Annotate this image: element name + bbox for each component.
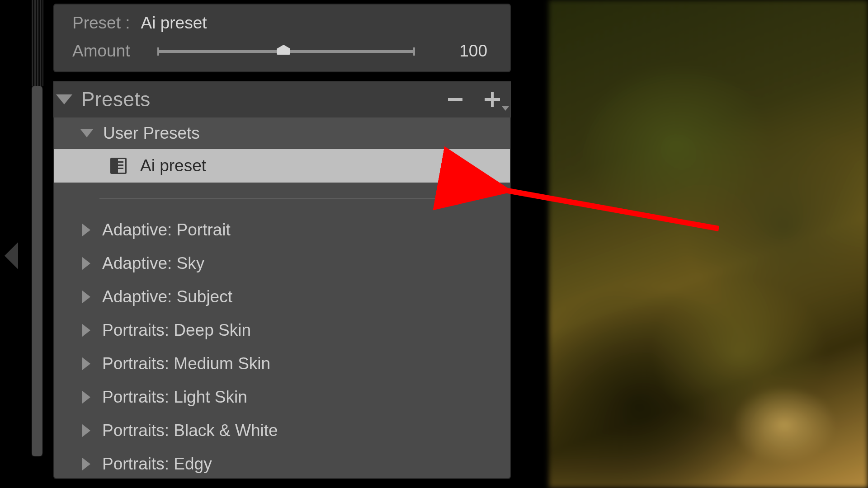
chevron-down-icon xyxy=(502,106,509,111)
user-presets-group-header[interactable]: User Presets xyxy=(54,117,510,149)
chevron-down-icon[interactable] xyxy=(56,94,72,104)
chevron-right-icon[interactable] xyxy=(82,424,90,437)
preset-name: Ai preset xyxy=(141,14,207,33)
preset-category[interactable]: Portraits: Edgy xyxy=(54,447,510,479)
preset-category[interactable]: Portraits: Black & White xyxy=(54,414,510,447)
divider xyxy=(54,183,510,213)
preset-name-row: Preset : Ai preset xyxy=(72,14,492,33)
left-panel: Preset : Ai preset Amount 100 Presets xyxy=(53,0,514,488)
left-gutter xyxy=(31,0,44,86)
chevron-right-icon[interactable] xyxy=(82,324,90,337)
chevron-right-icon[interactable] xyxy=(82,291,90,303)
remove-preset-button[interactable] xyxy=(445,89,466,110)
amount-slider[interactable] xyxy=(157,44,415,58)
preset-item-label: Ai preset xyxy=(140,156,206,175)
svg-rect-2 xyxy=(485,98,500,101)
presets-header-actions xyxy=(445,89,503,110)
preset-category-label: Adaptive: Portrait xyxy=(102,221,231,239)
chevron-right-icon[interactable] xyxy=(82,357,90,370)
collapse-panel-icon[interactable] xyxy=(5,242,18,269)
add-preset-button[interactable] xyxy=(482,89,503,110)
presets-section-title: Presets xyxy=(81,88,151,111)
preset-category-label: Adaptive: Sky xyxy=(102,254,204,273)
preset-category-label: Portraits: Medium Skin xyxy=(102,354,270,373)
plus-icon xyxy=(483,90,501,108)
preset-category[interactable]: Adaptive: Portrait xyxy=(54,213,510,247)
amount-label: Amount xyxy=(72,42,145,61)
preset-category[interactable]: Portraits: Light Skin xyxy=(54,380,510,414)
preset-summary-card: Preset : Ai preset Amount 100 xyxy=(53,4,511,72)
scrollbar-thumb[interactable] xyxy=(32,86,42,456)
chevron-right-icon[interactable] xyxy=(82,458,90,470)
image-preview[interactable] xyxy=(549,0,868,488)
preset-category[interactable]: Adaptive: Sky xyxy=(54,247,510,280)
chevron-right-icon[interactable] xyxy=(82,224,90,236)
presets-section-header[interactable]: Presets xyxy=(53,81,511,117)
chevron-right-icon[interactable] xyxy=(82,391,90,404)
preset-label: Preset : xyxy=(72,14,130,33)
user-presets-group-label: User Presets xyxy=(103,124,200,143)
presets-list: User Presets Ai preset Adaptive: Portrai… xyxy=(53,117,511,479)
preset-category-label: Portraits: Light Skin xyxy=(102,388,247,407)
preset-category[interactable]: Portraits: Medium Skin xyxy=(54,347,510,380)
preset-category-label: Portraits: Deep Skin xyxy=(102,321,251,340)
preset-item-ai-preset[interactable]: Ai preset xyxy=(54,149,510,183)
svg-rect-0 xyxy=(448,98,462,101)
chevron-down-icon[interactable] xyxy=(80,129,93,137)
preset-category-label: Adaptive: Subject xyxy=(102,287,232,306)
preset-category-label: Portraits: Edgy xyxy=(102,455,212,474)
chevron-right-icon[interactable] xyxy=(82,257,90,270)
amount-row: Amount 100 xyxy=(72,42,492,61)
left-rail xyxy=(0,0,49,488)
minus-icon xyxy=(446,90,464,108)
preset-category[interactable]: Portraits: Deep Skin xyxy=(54,314,510,347)
preset-file-icon xyxy=(110,158,127,174)
preset-category[interactable]: Adaptive: Subject xyxy=(54,280,510,314)
amount-value[interactable]: 100 xyxy=(459,42,492,61)
preset-category-label: Portraits: Black & White xyxy=(102,421,278,440)
